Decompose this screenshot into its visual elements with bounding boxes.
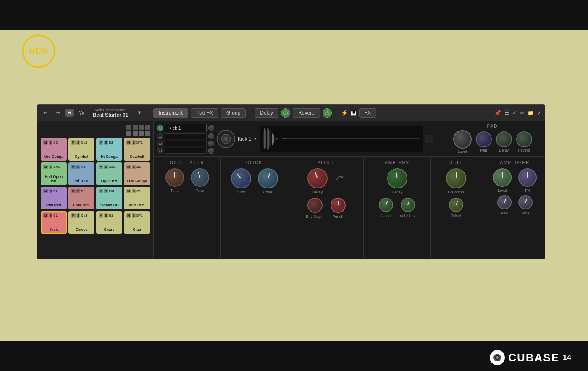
vel-lev-label: Vel > Lev [400, 214, 415, 218]
oscillator-knobs: Tune Tone [165, 168, 209, 193]
pad-clap[interactable]: MSD#1 Clap [124, 211, 150, 234]
sep3 [336, 108, 336, 118]
mini-pad [133, 131, 138, 136]
pad-cymbal[interactable]: MSC#2 Cymbal [68, 138, 94, 161]
punch-knob[interactable] [331, 198, 346, 213]
pad-panel: MSC2 Mid Conga MSC#2 Cymbal MSD2 Hi Cong… [37, 121, 154, 259]
env-depth-knob[interactable] [307, 198, 323, 213]
pad-snare[interactable]: MSD1 Snare [96, 211, 122, 234]
accent-knob[interactable] [379, 198, 393, 212]
kick-name-input[interactable] [165, 124, 207, 132]
redo-button[interactable]: ↪ [53, 109, 63, 117]
pad-low-tom[interactable]: MSF1 Low Tom [68, 187, 94, 209]
pad-mid-tom[interactable]: MSG1 Mid Tom [124, 187, 150, 209]
pad-reverb-knob[interactable] [516, 131, 532, 147]
pad-rimshot[interactable]: MSE1 Rimshot [41, 187, 67, 209]
pad-claves[interactable]: MSC#1 Claves [68, 211, 94, 234]
check-icon[interactable]: ✓ [512, 110, 517, 116]
color-group: Color [258, 168, 278, 194]
color-label: Color [263, 190, 273, 194]
reverb-btn[interactable]: Reverb [293, 108, 320, 118]
pad-closed-hh[interactable]: MSF#1 Closed HH [96, 187, 122, 209]
click-knob[interactable] [231, 168, 251, 188]
pad-half-open-hh[interactable]: MSG#1 Half Open HH [41, 162, 67, 185]
pad-low-conga[interactable]: MSB1 Low Conga [124, 162, 150, 185]
distortion-knob[interactable] [446, 168, 466, 188]
vel-lev-group: Vel > Lev [400, 198, 415, 218]
amp-tone-knob[interactable] [518, 195, 533, 209]
amplifier-header: AMPLIFIER [500, 160, 530, 165]
pad-level-group: Level [453, 130, 472, 154]
tab-group[interactable]: Group [221, 108, 246, 118]
pad-reverb-group: Reverb [516, 131, 532, 152]
strip-knob-3[interactable] [208, 141, 214, 146]
strip-knob-4[interactable] [208, 148, 214, 154]
pitch-decay-knob[interactable] [307, 168, 328, 188]
new-badge: NEW [22, 34, 55, 68]
tab-padfx[interactable]: Pad FX [191, 108, 218, 118]
top-black-bar [0, 0, 588, 30]
r-button[interactable]: R [65, 109, 74, 117]
click-knobs: Click Color [231, 168, 278, 194]
pitch-decay-label: Decay [312, 190, 323, 194]
loop-button[interactable]: □ [425, 135, 433, 143]
toolbar: ↩ ↪ R W Track Preset Name Beat Starter 0… [37, 105, 545, 121]
pad-pan-knob[interactable] [476, 131, 492, 147]
list-icon[interactable]: ☰ [504, 110, 509, 116]
preset-arrow-button[interactable]: ▼ [134, 109, 144, 117]
strip-power-1[interactable]: ⏻ [157, 125, 163, 131]
click-section: CLICK Click Color [221, 157, 288, 259]
amp-env-header: AMP ENV [385, 160, 410, 165]
amp-level-knob[interactable] [493, 168, 512, 187]
vel-lev-knob[interactable] [401, 198, 415, 212]
amplifier-section: AMPLIFIER Level FX [481, 157, 545, 259]
dist-content: Distortion Offset [446, 168, 466, 218]
tone-knob-osc[interactable] [191, 168, 209, 187]
pad-delay-knob[interactable] [496, 131, 512, 147]
pad-grid: MSC2 Mid Conga MSC#2 Cymbal MSD2 Hi Cong… [41, 138, 150, 234]
amp-pan-knob[interactable] [497, 195, 512, 209]
undo-button[interactable]: ↩ [41, 109, 50, 117]
reverb-power[interactable]: ⏻ [323, 108, 332, 118]
pad-cowbell[interactable]: MSD#2 Cowbell [124, 138, 150, 161]
strip-power-3[interactable]: ⏻ [157, 141, 163, 146]
pin-icon[interactable]: 📌 [495, 110, 501, 116]
punch-label: Punch [333, 214, 344, 219]
color-knob[interactable] [258, 168, 278, 188]
w-button[interactable]: W [76, 109, 87, 117]
amp-decay-knob[interactable] [387, 168, 407, 188]
mini-pad [139, 125, 144, 130]
pad-open-hh[interactable]: MSA#1 Open HH [96, 162, 122, 185]
pad-hi-conga[interactable]: MSD2 Hi Conga [96, 138, 122, 161]
delay-btn[interactable]: Delay [255, 108, 278, 118]
pad-row-4: MSC1 Kick MSC#1 Claves MSD1 Snare MSD#1 … [41, 211, 150, 234]
amp-env-section: AMP ENV Decay Accent [364, 157, 431, 259]
pen-icon[interactable]: ✏ [520, 110, 524, 116]
offset-group: Offset [449, 198, 463, 218]
amp-fx-knob[interactable] [518, 168, 537, 187]
offset-knob[interactable] [449, 198, 463, 212]
track-name-box: Track Preset Name Beat Starter 01 [93, 108, 129, 118]
oscillator-section: OSCILLATOR Tune Tone [154, 157, 221, 259]
pad-level-knob[interactable] [453, 130, 472, 149]
strip-power-2[interactable]: ⏻ [157, 133, 163, 139]
strip-knob-1[interactable] [208, 125, 214, 131]
delay-power[interactable]: ⏻ [281, 108, 290, 118]
amp-decay-label: Decay [392, 190, 403, 194]
fx-btn[interactable]: FX [359, 108, 376, 118]
strip-knob-2[interactable] [208, 133, 214, 139]
tab-instrument[interactable]: Instrument [153, 108, 188, 118]
pad-kick[interactable]: MSC1 Kick [41, 211, 67, 234]
amplifier-content: Level FX Pan [493, 168, 537, 215]
tune-knob[interactable] [165, 168, 184, 187]
folder-icon[interactable]: 📁 [528, 110, 534, 116]
expand-icon[interactable]: ⤢ [537, 110, 541, 116]
amplifier-top-knobs: Level FX [493, 168, 537, 193]
pad-mid-conga[interactable]: MSC2 Mid Conga [41, 138, 67, 161]
strip-bar-3 [165, 141, 207, 146]
strip-power-4[interactable]: ⏻ [157, 148, 163, 154]
mini-pad [145, 125, 150, 130]
strip-bar-4 [165, 148, 207, 154]
pad-hi-tom[interactable]: MSA1 Hi Tom [68, 162, 94, 185]
kick-dropdown-arrow[interactable]: ▼ [253, 136, 257, 141]
